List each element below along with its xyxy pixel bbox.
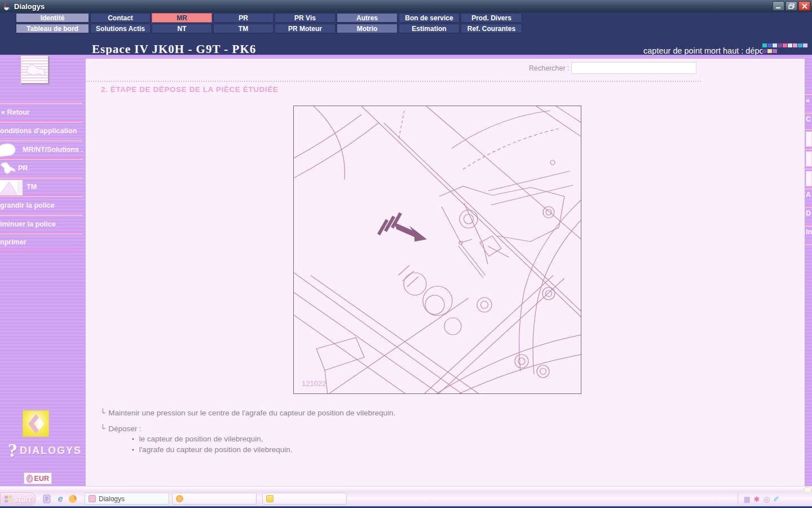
figure-box: 121022 (293, 106, 581, 394)
renault-logo[interactable] (23, 410, 49, 437)
nav-header: Identité Contact MR PR PR Vis Autres Bon… (0, 12, 812, 55)
pixel-artifacts (762, 43, 809, 54)
sidebar-item-label: grandir la police (0, 202, 55, 209)
taskbar: start e Dialogys ▦ ✱ ◎ ✐ (0, 492, 812, 506)
divider (805, 206, 812, 207)
task-label: Dialogys (99, 495, 125, 503)
currency-label: EUR (34, 475, 49, 483)
search-input[interactable] (571, 62, 696, 74)
tab-contact[interactable]: Contact (90, 13, 151, 23)
tab-estimation[interactable]: Estimation (399, 24, 460, 33)
divider (805, 93, 812, 94)
instruction-text: Déposer : (108, 424, 142, 433)
sidebar-item-pr[interactable]: PR (0, 158, 82, 177)
currency-button[interactable]: EUR (24, 472, 52, 484)
divider (805, 225, 812, 226)
sidebar-fragment-agrandir[interactable]: A (806, 191, 811, 199)
divider (805, 168, 812, 169)
titlebar: Dialogys (0, 0, 812, 12)
sidebar-item-agrandir-police[interactable]: grandir la police (0, 195, 82, 214)
tab-autres[interactable]: Autres (337, 13, 398, 23)
restore-button[interactable] (785, 1, 797, 11)
instruction-line: └Déposer : (100, 424, 142, 433)
sidebar-item-conditions[interactable]: onditions d'application (0, 121, 82, 139)
sidebar-fragment-imprimer[interactable]: In (806, 228, 812, 236)
divider (805, 128, 812, 129)
tray-grid-icon[interactable]: ▦ (744, 496, 751, 503)
tab-mr[interactable]: MR (152, 13, 212, 23)
sidebar-item-diminuer-police[interactable]: iminuer la police (0, 214, 82, 233)
square-bullet-icon: ▪ (132, 436, 134, 442)
wrench-icon (806, 151, 812, 167)
sidebar-fragment-diminuer[interactable]: D (806, 209, 811, 217)
pointer-arrow-icon (377, 212, 427, 242)
quicklaunch-firefox-icon[interactable] (68, 494, 78, 504)
tab-nt[interactable]: NT (152, 24, 212, 33)
left-sidebar: « Retour onditions d'application MR/NT/S… (0, 55, 82, 490)
instruction-text: Maintenir une pression sur le centre de … (108, 409, 395, 417)
wrench-tool-box[interactable] (21, 56, 50, 85)
tab-tm[interactable]: TM (213, 24, 273, 33)
engine-diagram: 121022 (294, 106, 581, 393)
divider (805, 148, 812, 149)
corner-bullet-icon: └ (100, 424, 105, 433)
tab-identite[interactable]: Identité (16, 13, 89, 23)
tab-pr-moteur[interactable]: PR Moteur (275, 24, 336, 33)
taskbar-task-2[interactable] (172, 493, 257, 505)
start-button[interactable]: start (0, 492, 36, 506)
sidebar-item-mr-nt-solutions[interactable]: MR/NT/Solutions ... (0, 139, 82, 158)
taskbar-task-3[interactable] (262, 493, 347, 505)
square-bullet-icon: ▪ (132, 446, 134, 453)
tab-bon-de-service[interactable]: Bon de service (399, 13, 460, 23)
quicklaunch-document-icon[interactable] (42, 494, 52, 504)
tab-prod-divers[interactable]: Prod. Divers (461, 13, 522, 23)
tab-pr-vis[interactable]: PR Vis (275, 13, 336, 23)
tab-ref-courantes[interactable]: Ref. Courantes (461, 24, 522, 33)
sidebar-fragment-conditions[interactable]: C (806, 115, 811, 123)
close-button[interactable] (798, 1, 810, 11)
document-title: capteur de point mort haut : dépo (643, 46, 764, 55)
sidebar-item-label: MR/NT/Solutions ... (23, 146, 82, 154)
tray-pen-icon[interactable]: ✐ (773, 496, 779, 503)
bullet-text: le capteur de position de vilebrequin, (139, 435, 263, 443)
tm-icon (806, 171, 812, 186)
manual-icon (0, 142, 19, 160)
sidebar-item-imprimer[interactable]: nprimer (0, 233, 82, 251)
bullet-line: ▪le capteur de position de vilebrequin, (132, 435, 263, 443)
nav-tabs: Identité Contact MR PR PR Vis Autres Bon… (16, 13, 522, 33)
folder-task-icon (266, 495, 273, 502)
sidebar-item-label: nprimer (0, 238, 27, 246)
divider (805, 187, 812, 189)
minimize-button[interactable] (773, 1, 784, 11)
sidebar-item-label: iminuer la police (0, 220, 56, 228)
tab-solutions-actis[interactable]: Solutions Actis (90, 24, 151, 33)
system-tray: ▦ ✱ ◎ ✐ (738, 493, 785, 505)
instruction-line: └Maintenir une pression sur le centre de… (100, 408, 395, 417)
window-bottom-edge (0, 486, 812, 492)
screen: Dialogys Identité Contact MR PR PR Vis (0, 0, 812, 508)
section-heading: 2. ÉTAPE DE DÉPOSE DE LA PIÈCE ÉTUDIÉE (101, 85, 279, 94)
sidebar-menu: « Retour onditions d'application MR/NT/S… (0, 102, 82, 251)
tab-pr[interactable]: PR (213, 13, 273, 23)
sidebar-item-tm[interactable]: TM (0, 177, 82, 195)
currency-rosette-icon (27, 475, 33, 483)
sidebar-fragment-retour[interactable]: « (806, 97, 810, 104)
quicklaunch-ie-icon[interactable]: e (55, 494, 65, 504)
sidebar-item-label: « Retour (1, 108, 30, 116)
sidebar-item-label: PR (18, 164, 28, 172)
sidebar-item-label: TM (27, 183, 37, 191)
dialogys-brand: ? DIALOGYS (8, 442, 82, 459)
tray-star-icon[interactable]: ✱ (754, 496, 760, 503)
tab-tableau-de-bord[interactable]: Tableau de bord (16, 24, 89, 33)
wrench-icon (21, 56, 49, 84)
start-label: start (14, 494, 31, 503)
tray-ring-icon[interactable]: ◎ (764, 496, 770, 503)
bullet-line: ▪l'agrafe du capteur de position de vile… (132, 445, 293, 454)
java-app-icon (2, 2, 11, 11)
right-sidebar-strip: « C A D In (805, 55, 812, 490)
taskbar-task-dialogys[interactable]: Dialogys (85, 493, 169, 505)
tab-motrio[interactable]: Motrio (337, 24, 398, 33)
corner-bullet-icon: └ (100, 408, 105, 417)
bullet-text: l'agrafe du capteur de position de vileb… (139, 445, 293, 454)
sidebar-item-retour[interactable]: « Retour (0, 102, 82, 121)
